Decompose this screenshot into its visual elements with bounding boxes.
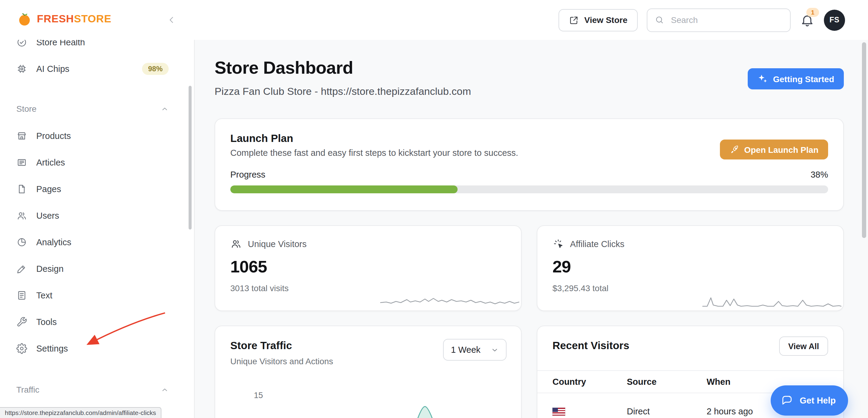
sidebar-item-label: Products <box>36 131 71 141</box>
gear-icon <box>16 343 27 354</box>
launch-progress-bar <box>230 186 828 193</box>
page-title: Store Dashboard <box>215 57 353 78</box>
sidebar-item-label: Analytics <box>36 237 71 247</box>
sidebar-item-settings[interactable]: Settings <box>0 335 194 362</box>
recent-visitors-header: Recent Visitors View All <box>553 340 828 352</box>
traffic-range-value: 1 Week <box>451 345 480 355</box>
progress-value: 38% <box>811 170 828 180</box>
sidebar-item-label: Design <box>36 264 63 274</box>
visitor-source: Direct <box>627 407 707 416</box>
notification-badge: 1 <box>806 7 819 17</box>
chat-bubble-icon <box>780 394 794 407</box>
pen-icon <box>16 263 27 274</box>
chevron-left-icon <box>167 14 177 25</box>
traffic-area-chart <box>215 402 522 418</box>
sidebar-item-articles[interactable]: Articles <box>0 149 194 176</box>
app-window: FRESHSTORE View Store <box>0 0 868 418</box>
open-launch-plan-button[interactable]: Open Launch Plan <box>720 139 828 159</box>
sidebar-section-store[interactable]: Store <box>0 95 194 122</box>
get-help-button[interactable]: Get Help <box>771 385 848 416</box>
view-all-button[interactable]: View All <box>779 336 828 356</box>
stat-subtext: $3,295.43 total <box>553 283 828 293</box>
column-country: Country <box>553 377 627 387</box>
sidebar-item-label: Articles <box>36 158 65 167</box>
sparkles-icon <box>757 74 768 84</box>
sidebar-item-users[interactable]: Users <box>0 202 194 229</box>
freshstore-logo-icon <box>16 11 33 27</box>
sidebar-item-ai-chips[interactable]: AI Chips 98% <box>0 56 194 82</box>
ai-chips-badge: 98% <box>142 63 168 75</box>
sidebar-item-design[interactable]: Design <box>0 256 194 282</box>
sidebar-item-label: Tools <box>36 317 57 327</box>
status-url-text: https://store.thepizzafanclub.com/admin/… <box>5 409 156 416</box>
search-box <box>647 8 790 32</box>
sidebar-item-label: Store Health <box>36 40 85 47</box>
brand-logo[interactable]: FRESHSTORE <box>16 11 112 27</box>
avatar[interactable]: FS <box>824 9 845 31</box>
status-url-bar: https://store.thepizzafanclub.com/admin/… <box>0 407 161 418</box>
top-bar: FRESHSTORE View Store <box>0 0 868 40</box>
stat-value: 1065 <box>230 257 506 277</box>
header-actions: View Store 1 FS <box>558 8 845 31</box>
chevron-down-icon <box>491 346 499 354</box>
sidebar-item-text[interactable]: Text <box>0 282 194 309</box>
sidebar-collapse-button[interactable] <box>163 11 180 28</box>
external-link-icon <box>568 15 579 25</box>
sidebar-section-traffic[interactable]: Traffic <box>0 376 194 403</box>
search-input[interactable] <box>670 14 783 25</box>
sidebar-item-analytics[interactable]: Analytics <box>0 229 194 256</box>
pie-chart-icon <box>16 237 27 248</box>
stat-header: Affiliate Clicks <box>553 238 828 250</box>
sidebar-item-products[interactable]: Products <box>0 123 194 149</box>
sidebar: Store Health AI Chips 98% Store Products… <box>0 40 195 418</box>
sidebar-item-label: AI Chips <box>36 64 69 74</box>
stat-subtext: 3013 total visits <box>230 283 506 293</box>
y-axis-tick: 15 <box>254 391 263 400</box>
store-traffic-card: Store Traffic Unique Visitors and Action… <box>215 326 522 418</box>
stat-value: 29 <box>553 257 828 277</box>
dashboard-main: Store Dashboard Pizza Fan Club Store - h… <box>194 40 868 418</box>
brand-wordmark: FRESHSTORE <box>37 13 112 25</box>
view-store-label: View Store <box>584 15 627 25</box>
sidebar-item-pages[interactable]: Pages <box>0 176 194 202</box>
chevron-up-icon <box>161 386 168 393</box>
recent-visitors-title: Recent Visitors <box>553 340 629 352</box>
page-scrollbar[interactable] <box>862 42 866 238</box>
sidebar-item-label: Settings <box>36 344 68 353</box>
sidebar-item-label: Users <box>36 211 59 221</box>
section-label: Traffic <box>16 385 39 394</box>
column-source: Source <box>627 377 707 387</box>
wrench-icon <box>16 317 27 327</box>
search-icon <box>655 15 664 25</box>
sidebar-item-tools[interactable]: Tools <box>0 309 194 335</box>
users-icon <box>16 210 27 221</box>
page-subtitle: Pizza Fan Club Store - https://store.the… <box>215 86 471 98</box>
document-text-icon <box>16 290 27 301</box>
sidebar-item-store-health[interactable]: Store Health <box>0 40 194 56</box>
sidebar-item-label: Text <box>36 291 52 300</box>
us-flag-icon <box>553 408 565 415</box>
check-circle-icon <box>16 40 27 48</box>
traffic-range-select[interactable]: 1 Week <box>443 339 506 361</box>
getting-started-button[interactable]: Getting Started <box>748 68 844 89</box>
file-icon <box>16 184 27 194</box>
notifications-button[interactable]: 1 <box>800 12 815 28</box>
progress-label: Progress <box>230 170 266 180</box>
unique-visitors-card: Unique Visitors 1065 3013 total visits <box>215 225 522 311</box>
sidebar-item-label: Pages <box>36 184 61 194</box>
open-launch-plan-label: Open Launch Plan <box>744 145 818 154</box>
getting-started-label: Getting Started <box>773 74 834 84</box>
rocket-icon <box>730 145 739 154</box>
get-help-label: Get Help <box>800 396 836 405</box>
clicks-sparkline <box>702 294 841 309</box>
chip-icon <box>16 63 27 74</box>
stat-label: Unique Visitors <box>248 239 307 249</box>
sidebar-scrollbar[interactable] <box>189 86 192 229</box>
visitors-sparkline <box>380 294 519 309</box>
storefront-icon <box>16 130 27 141</box>
cursor-click-icon <box>553 238 564 250</box>
stat-header: Unique Visitors <box>230 238 506 250</box>
view-store-button[interactable]: View Store <box>558 9 638 31</box>
progress-row: Progress 38% <box>230 170 828 180</box>
affiliate-clicks-card: Affiliate Clicks 29 $3,295.43 total <box>537 225 844 311</box>
